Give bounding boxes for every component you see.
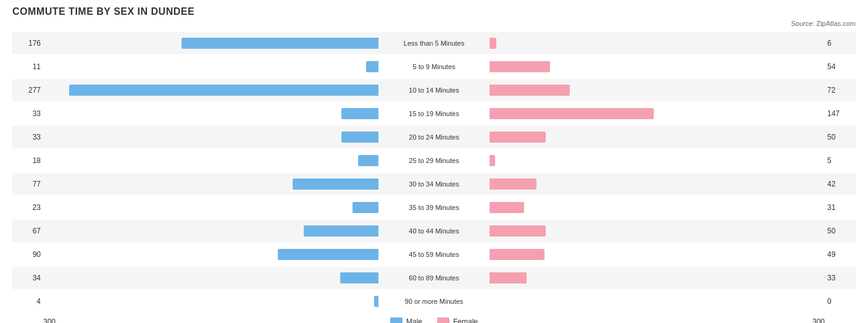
bar-left-side [43, 132, 378, 143]
female-value: 5 [825, 156, 856, 165]
chart-row: 176Less than 5 Minutes6 [12, 32, 856, 54]
chart-area: 176Less than 5 Minutes6115 to 9 Minutes5… [12, 32, 856, 313]
bar-left-side [43, 249, 378, 260]
bar-female [490, 132, 546, 143]
bar-right-side [490, 178, 825, 190]
bar-female [490, 225, 546, 237]
legend-male-label: Male [406, 317, 422, 323]
bar-female [490, 155, 495, 166]
female-value: 72 [825, 86, 856, 94]
female-value: 54 [825, 62, 856, 71]
male-value: 176 [12, 39, 43, 48]
bar-male [69, 85, 378, 96]
bar-male [340, 272, 378, 283]
row-label: 90 or more Minutes [378, 298, 490, 305]
chart-row: 490 or more Minutes0 [12, 290, 856, 313]
bar-male [374, 296, 378, 307]
chart-row: 6740 to 44 Minutes50 [12, 220, 856, 242]
male-value: 23 [12, 203, 43, 212]
female-value: 50 [825, 133, 856, 141]
bar-left-side [43, 202, 378, 213]
bars-wrapper: 30 to 34 Minutes [43, 175, 825, 193]
bar-left-side [43, 61, 378, 72]
bar-female [490, 61, 550, 72]
bar-right-side [490, 132, 825, 143]
male-value: 11 [12, 62, 43, 71]
row-label: 15 to 19 Minutes [378, 110, 490, 117]
bar-right-side [490, 85, 825, 96]
bars-wrapper: 5 to 9 Minutes [43, 58, 825, 75]
bar-male [353, 202, 378, 213]
bar-female [490, 38, 496, 49]
legend-male-box [390, 317, 403, 323]
chart-title: COMMUTE TIME BY SEX IN DUNDEE [12, 6, 856, 17]
row-label: 20 to 24 Minutes [378, 133, 490, 141]
male-value: 90 [12, 250, 43, 259]
bar-male [182, 38, 378, 49]
bars-wrapper: 10 to 14 Minutes [43, 82, 825, 99]
chart-row: 1825 to 29 Minutes5 [12, 149, 856, 172]
bar-female [490, 108, 654, 119]
male-value: 34 [12, 274, 43, 282]
bars-wrapper: 40 to 44 Minutes [43, 222, 825, 240]
bars-wrapper: 90 or more Minutes [43, 293, 825, 310]
female-value: 31 [825, 203, 856, 212]
legend-female-box [437, 317, 449, 323]
bar-male [341, 132, 378, 143]
female-value: 0 [825, 297, 856, 306]
female-value: 50 [825, 227, 856, 235]
chart-row: 27710 to 14 Minutes72 [12, 79, 856, 101]
bar-left-side [43, 272, 378, 283]
bars-wrapper: 35 to 39 Minutes [43, 199, 825, 216]
male-value: 77 [12, 180, 43, 188]
row-label: 30 to 34 Minutes [378, 180, 490, 188]
row-label: 60 to 89 Minutes [378, 274, 490, 282]
chart-row: 3315 to 19 Minutes147 [12, 103, 856, 125]
row-label: 35 to 39 Minutes [378, 204, 490, 211]
bars-wrapper: 25 to 29 Minutes [43, 152, 825, 169]
bar-male [304, 225, 378, 237]
female-value: 42 [825, 180, 856, 188]
legend: Male Female [390, 317, 478, 323]
male-value: 33 [12, 133, 43, 141]
bar-left-side [43, 85, 378, 96]
bar-female [490, 85, 570, 96]
bars-wrapper: Less than 5 Minutes [43, 35, 825, 52]
male-value: 277 [12, 86, 43, 94]
bar-right-side [490, 272, 825, 283]
chart-row: 3320 to 24 Minutes50 [12, 126, 856, 148]
bar-left-side [43, 296, 378, 307]
row-label: 5 to 9 Minutes [378, 63, 490, 70]
bars-wrapper: 20 to 24 Minutes [43, 128, 825, 146]
bar-right-side [490, 61, 825, 72]
legend-male: Male [390, 317, 422, 323]
bar-male [366, 61, 378, 72]
bar-right-side [490, 38, 825, 49]
row-label: Less than 5 Minutes [378, 40, 490, 47]
bar-right-side [490, 202, 825, 213]
female-value: 6 [825, 39, 856, 48]
bar-right-side [490, 155, 825, 166]
male-value: 4 [12, 297, 43, 306]
bar-left-side [43, 108, 378, 119]
legend-female-label: Female [453, 317, 478, 323]
row-label: 10 to 14 Minutes [378, 86, 490, 94]
bar-right-side [490, 108, 825, 119]
bar-male [278, 249, 378, 260]
row-label: 45 to 59 Minutes [378, 251, 490, 258]
male-value: 18 [12, 156, 43, 165]
chart-footer: 300 Male Female 300 [12, 317, 856, 323]
male-value: 67 [12, 227, 43, 235]
bar-right-side [490, 296, 825, 307]
bar-left-side [43, 155, 378, 166]
bar-male [358, 155, 378, 166]
chart-row: 9045 to 59 Minutes49 [12, 243, 856, 266]
bar-female [490, 202, 524, 213]
bar-male [341, 108, 378, 119]
bar-female [490, 178, 536, 190]
female-value: 147 [825, 109, 856, 118]
bars-wrapper: 60 to 89 Minutes [43, 269, 825, 287]
male-value: 33 [12, 109, 43, 118]
bar-female [490, 272, 527, 283]
bar-left-side [43, 225, 378, 237]
